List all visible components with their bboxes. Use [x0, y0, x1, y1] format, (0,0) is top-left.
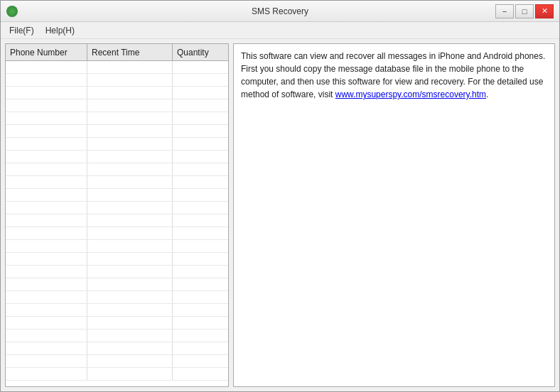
col-header-time: Recent Time: [87, 44, 173, 60]
description-text-after: .: [486, 89, 488, 99]
table-row[interactable]: [6, 189, 228, 202]
description-panel: This software can view and recover all m…: [233, 43, 555, 387]
table-row[interactable]: [6, 266, 228, 278]
table-row[interactable]: [6, 317, 228, 330]
table-row[interactable]: [6, 61, 228, 74]
table-row[interactable]: [6, 214, 228, 227]
maximize-button[interactable]: □: [515, 4, 534, 18]
title-bar-left: [6, 6, 18, 17]
content-area: Phone Number Recent Time Quantity: [1, 39, 559, 391]
table-row[interactable]: [6, 176, 228, 189]
table-row[interactable]: [6, 125, 228, 138]
sms-table-panel: Phone Number Recent Time Quantity: [5, 43, 229, 387]
title-bar: SMS Recovery − □ ✕: [1, 1, 559, 22]
window-title: SMS Recovery: [252, 6, 308, 16]
title-bar-buttons: − □ ✕: [495, 4, 554, 18]
table-row[interactable]: [6, 99, 228, 112]
minimize-button[interactable]: −: [495, 4, 514, 18]
main-window: SMS Recovery − □ ✕ File(F) Help(H) Phone…: [0, 0, 560, 392]
table-row[interactable]: [6, 304, 228, 317]
table-row[interactable]: [6, 330, 228, 342]
menu-bar: File(F) Help(H): [1, 22, 559, 39]
table-row[interactable]: [6, 202, 228, 214]
table-row[interactable]: [6, 278, 228, 291]
table-row[interactable]: [6, 87, 228, 99]
table-body[interactable]: [6, 61, 228, 386]
col-header-qty: Quantity: [173, 44, 228, 60]
table-row[interactable]: [6, 291, 228, 304]
table-row[interactable]: [6, 342, 228, 355]
app-icon: [6, 6, 18, 17]
menu-file[interactable]: File(F): [4, 22, 40, 38]
table-row[interactable]: [6, 112, 228, 125]
table-row[interactable]: [6, 240, 228, 253]
table-row[interactable]: [6, 151, 228, 163]
close-button[interactable]: ✕: [535, 4, 554, 18]
table-row[interactable]: [6, 355, 228, 368]
menu-help[interactable]: Help(H): [40, 22, 80, 38]
col-header-phone: Phone Number: [6, 44, 87, 60]
description-link[interactable]: www.mysuperspy.com/smsrecovery.htm: [335, 89, 486, 99]
table-header: Phone Number Recent Time Quantity: [6, 44, 228, 61]
table-row[interactable]: [6, 253, 228, 266]
table-row[interactable]: [6, 74, 228, 87]
table-row[interactable]: [6, 227, 228, 240]
table-row[interactable]: [6, 368, 228, 381]
table-row[interactable]: [6, 163, 228, 176]
table-row[interactable]: [6, 138, 228, 151]
